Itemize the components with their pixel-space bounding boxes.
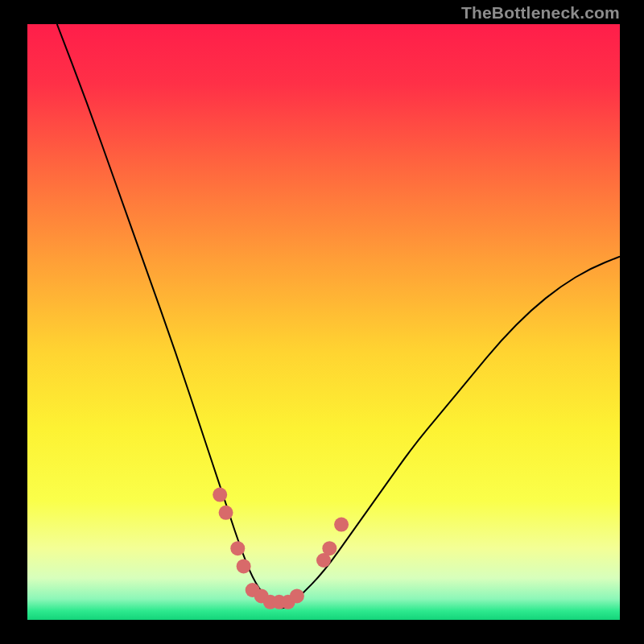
chart-marker [322,541,336,555]
chart-markers [213,488,349,609]
chart-marker [230,541,245,555]
chart-marker [334,518,349,532]
chart-plot-area [27,24,620,620]
chart-marker [213,488,227,502]
chart-marker [237,559,251,573]
chart-curve-layer [27,24,620,620]
watermark-label: TheBottleneck.com [461,3,620,23]
chart-marker [219,506,233,520]
chart-marker [290,588,304,603]
